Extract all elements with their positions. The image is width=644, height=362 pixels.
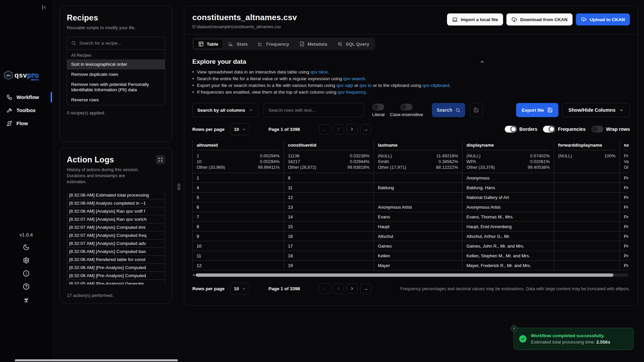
table-cell: Gaines, John R., Mr. and Mrs.	[462, 241, 554, 251]
table-cell: 14	[284, 212, 374, 222]
help-icon[interactable]	[23, 283, 30, 290]
panel-resize-handle[interactable]: ●●	[177, 183, 181, 191]
frequency-value: 10	[197, 159, 201, 164]
table-cell: Pre	[620, 212, 629, 222]
search-button[interactable]: Search	[432, 103, 465, 117]
scrollbar-thumb[interactable]	[196, 273, 613, 277]
frequency-line: WPA0.02061%	[466, 159, 550, 164]
expand-icon[interactable]	[156, 155, 165, 164]
action-logs-panel: Action Logs History of actions during th…	[59, 148, 172, 304]
export-file-button[interactable]: Export file	[516, 103, 558, 117]
recipe-item[interactable]: Remove duplicate rows	[67, 69, 165, 80]
toggle-label: Case-insensitive	[390, 112, 423, 117]
previous-page-button[interactable]	[333, 283, 344, 294]
wrap-rows-toggle[interactable]	[591, 126, 603, 133]
next-page-button[interactable]	[346, 124, 358, 135]
sidebar-item-toolbox[interactable]: Toolbox	[0, 104, 53, 117]
last-page-button[interactable]: →	[360, 283, 371, 294]
show-hide-columns-button[interactable]: Show/Hide Columns	[562, 103, 630, 117]
table-cell: Anonymous Artist	[374, 202, 462, 212]
last-page-button[interactable]: →	[360, 124, 371, 135]
recipe-item[interactable]: Reverse rows	[67, 95, 165, 105]
frequency-percent: 99.93818%	[347, 164, 369, 170]
log-entry: [8:32:06 AM] [Analysis] Computed bas	[67, 247, 165, 256]
rows-per-page-select[interactable]: 10	[230, 123, 250, 135]
column-header: lastname(NULL)11.49216%Smith0.38562%Othe…	[374, 140, 462, 173]
scroll-left-arrow-icon[interactable]: ◀	[192, 273, 195, 277]
literal-toggle[interactable]	[372, 104, 384, 110]
inline-link[interactable]: qsv to	[359, 83, 371, 88]
case-insensitive-toggle[interactable]	[400, 104, 412, 110]
sprout-icon[interactable]	[23, 296, 30, 303]
frequency-line: 100.00294%	[197, 159, 280, 164]
brand-qsv: qsv	[14, 71, 27, 79]
horizontal-scrollbar[interactable]: ◀	[192, 273, 629, 277]
window-scrollbar-thumb[interactable]	[15, 359, 178, 361]
table-cell: 12	[284, 193, 374, 202]
inline-link[interactable]: qsv clipboard	[423, 83, 449, 88]
import-local-file-button[interactable]: Import a local file	[447, 13, 503, 25]
dark-mode-moon-icon[interactable]	[23, 244, 30, 251]
tab-frequency[interactable]: Frequency	[253, 39, 294, 49]
tab-metadata[interactable]: Metadata	[295, 39, 332, 49]
chevron-down-icon	[249, 108, 253, 112]
explore-bullet: •Search the entire file for a literal va…	[192, 76, 630, 82]
download-from-ckan-button[interactable]: Download from CKAN	[506, 13, 573, 25]
save-search-button[interactable]	[470, 103, 483, 117]
frequency-percent: 99.99411%	[258, 164, 280, 170]
collapse-section-chevron-icon[interactable]	[480, 59, 485, 64]
upload-to-ckan-button[interactable]: Upload to CKAN	[576, 13, 630, 25]
tab-sql-query[interactable]: SQL Query	[333, 39, 374, 49]
sidebar-item-flow[interactable]: Flow	[0, 117, 53, 130]
frequencies-toggle[interactable]	[543, 126, 555, 133]
recipe-search-input[interactable]	[79, 41, 161, 46]
toast-close-icon[interactable]	[511, 325, 517, 332]
table-cell: Haupt, Enid Annenberg	[462, 222, 554, 231]
tab-label: Stats	[237, 42, 248, 47]
tab-table[interactable]: Table	[194, 39, 223, 49]
table-cell: 16	[284, 231, 374, 241]
inline-link[interactable]: qsv sqlp	[336, 83, 353, 88]
table-cell: Haupt	[374, 222, 462, 231]
laptop-icon	[452, 17, 458, 22]
search-column-selector[interactable]: Search by all columns	[192, 103, 258, 117]
rows-per-page-select[interactable]: 10	[230, 282, 250, 295]
column-divider	[288, 150, 369, 150]
sidebar-collapse-icon[interactable]	[41, 4, 47, 11]
first-page-button[interactable]: ←	[319, 124, 330, 135]
table-cell: Altschul	[374, 231, 462, 241]
frequency-value: Var	[624, 159, 629, 164]
table-cell: Baldung	[374, 183, 462, 193]
recipe-item[interactable]: Remove rows with potential Personally Id…	[67, 80, 165, 95]
inline-link[interactable]: qsv slice	[310, 69, 328, 74]
frequency-percent: 0.00294%	[260, 153, 280, 159]
column-header: nanPreVarOth	[620, 140, 629, 173]
main-card: constituents_altnames.csv D:\datasets\ex…	[184, 6, 638, 306]
inline-link[interactable]: qsv search	[343, 76, 365, 81]
borders-toggle[interactable]	[505, 126, 517, 133]
explore-bullet: •Export your file or search matches to a…	[192, 83, 630, 88]
previous-page-button[interactable]	[333, 124, 344, 135]
next-page-button[interactable]	[346, 283, 358, 294]
info-icon[interactable]	[23, 270, 30, 277]
table-cell: 19	[284, 261, 374, 270]
column-divider	[378, 150, 458, 150]
table-cell: 10	[193, 241, 284, 251]
success-toast: Workflow completed successfully. Estimat…	[513, 328, 634, 350]
table-row: 512National Gallery of ArtPre	[193, 193, 629, 202]
recipe-item[interactable]: Sort in lexicographical order	[67, 59, 165, 69]
search-rows-input[interactable]	[263, 103, 364, 117]
explore-bullet: •If frequencies are enabled, view them a…	[192, 90, 630, 95]
settings-gear-icon[interactable]	[23, 257, 30, 264]
table-cell: 4	[193, 183, 284, 193]
first-page-button[interactable]: ←	[319, 283, 330, 294]
frequency-value: (NULL)	[466, 153, 481, 159]
table-cell	[554, 241, 620, 251]
inline-link[interactable]: qsv frequency	[338, 90, 365, 95]
tab-stats[interactable]: Stats	[224, 39, 252, 49]
sidebar-item-workflow[interactable]: Workflow	[0, 91, 53, 104]
table-row: 916AltschulAltschul, Arthur G., Mr.Pre	[193, 231, 629, 241]
cloud-upload-icon	[581, 17, 587, 22]
text-segment: .	[328, 69, 329, 74]
table-cell: Evans	[374, 212, 462, 222]
